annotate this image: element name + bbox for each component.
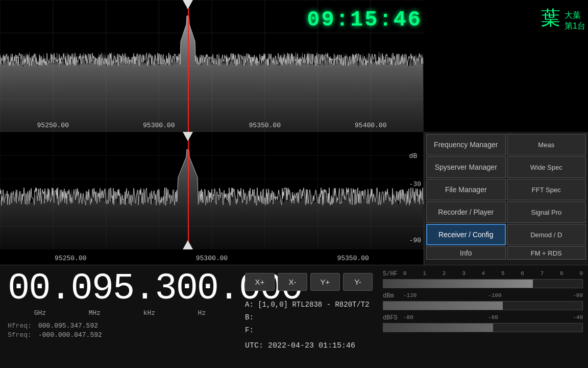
- db-label: dB: [409, 152, 421, 160]
- hfreq-label: Hfreq:: [8, 322, 33, 330]
- btn-group: X+ X- Y+ Y- A: [1,0,0] RTL2838 - R820T/T…: [240, 265, 378, 368]
- freq-info: Hfreq: 000.095.347.592 Sfreq: -000.000.0…: [8, 322, 232, 339]
- marker-top-triangle: [183, 0, 193, 9]
- x-plus-btn[interactable]: X+: [245, 273, 275, 291]
- dbm-bar: [383, 301, 583, 310]
- freq-label-bot-2: 95300.00: [196, 255, 228, 262]
- device-f: F:: [245, 324, 373, 337]
- dbm-nums: -120 -100 -80: [403, 292, 583, 300]
- spectrum-bottom-display: dB -30 -60 -90 95250.00 95300.00 95350.0…: [0, 132, 424, 265]
- info-btn[interactable]: Info: [426, 246, 506, 260]
- db-scale: dB -30 -60 -90: [409, 132, 421, 265]
- clock-display: 09:15:46: [307, 8, 422, 32]
- unit-hz: Hz: [198, 309, 206, 317]
- unit-ghz: GHz: [34, 309, 46, 317]
- top-right-panel: 09:15:46 葉 大葉第1台: [424, 0, 588, 132]
- marker-line-bottom: [188, 132, 189, 249]
- x-minus-btn[interactable]: X-: [278, 273, 307, 291]
- main-frequency: 00.095.300.000: [8, 270, 232, 307]
- freq-manager-btn[interactable]: Frequency Manager: [426, 134, 506, 155]
- device-info: A: [1,0,0] RTL2838 - R820T/T2 B: F:: [245, 298, 373, 337]
- receiver-config-btn[interactable]: Receiver / Config: [426, 224, 506, 245]
- meas-btn[interactable]: Meas: [507, 134, 586, 155]
- meter-section: S/HF 0 1 2 3 4 5 6 7 8 9: [378, 265, 588, 368]
- file-manager-btn[interactable]: File Manager: [426, 179, 506, 200]
- right-panel: Frequency Manager Meas Spyserver Manager…: [424, 132, 588, 265]
- demod-btn[interactable]: Demod / D: [507, 224, 586, 245]
- fft-spec-btn[interactable]: FFT Spec: [507, 179, 586, 200]
- xy-buttons: X+ X- Y+ Y-: [245, 273, 373, 291]
- dbm-header: dBm -120 -100 -80: [383, 292, 583, 300]
- freq-label-3: 95350.00: [249, 122, 281, 129]
- freq-axis-bottom: 95250.00 95300.00 95350.00: [0, 255, 424, 262]
- recorder-btn[interactable]: Recorder / Player: [426, 201, 506, 223]
- freq-axis-top: 95250.00 95300.00 95350.00 95400.00: [0, 122, 424, 129]
- dbfs-label: dBFS: [383, 314, 403, 321]
- freq-display: 00.095.300.000 GHz MHz kHz Hz Hfreq: 000…: [0, 265, 240, 368]
- freq-label-4: 95400.00: [355, 122, 386, 129]
- y-plus-btn[interactable]: Y+: [310, 273, 340, 291]
- snhf-header: S/HF 0 1 2 3 4 5 6 7 8 9: [383, 270, 583, 278]
- spyserver-btn[interactable]: Spyserver Manager: [426, 156, 506, 178]
- wide-spec-btn[interactable]: Wide Spec: [507, 156, 586, 178]
- freq-label-bot-1: 95250.00: [55, 255, 86, 262]
- freq-label-1: 95250.00: [37, 122, 69, 129]
- signal-pro-btn[interactable]: Signal Pro: [507, 201, 586, 223]
- dbfs-meter-row: dBFS -80 -60 -40: [383, 314, 583, 332]
- db-minus30: -30: [409, 180, 421, 188]
- panel-grid: Frequency Manager Meas Spyserver Manager…: [424, 132, 588, 262]
- snhf-label: S/HF: [383, 270, 403, 278]
- marker-bottom-top-triangle: [183, 132, 193, 141]
- marker-line-top: [188, 0, 189, 132]
- hfreq-value: 000.095.347.592: [38, 322, 98, 330]
- snhf-nums: 0 1 2 3 4 5 6 7 8 9: [403, 270, 583, 278]
- snhf-bar-fill: [383, 280, 533, 288]
- sfreq-row: Sfreq: -000.000.047.592: [8, 331, 232, 339]
- device-b: B:: [245, 311, 373, 324]
- hfreq-row: Hfreq: 000.095.347.592: [8, 322, 232, 330]
- freq-label-bot-3: 95350.00: [337, 255, 369, 262]
- fm-rds-btn[interactable]: FM + RDS: [507, 246, 586, 260]
- snhf-meter-row: S/HF 0 1 2 3 4 5 6 7 8 9: [383, 270, 583, 288]
- dbfs-nums: -80 -60 -40: [403, 314, 583, 321]
- device-a: A: [1,0,0] RTL2838 - R820T/T2: [245, 298, 373, 311]
- dbm-label: dBm: [383, 292, 403, 300]
- dbfs-header: dBFS -80 -60 -40: [383, 314, 583, 321]
- dbm-meter-row: dBm -120 -100 -80: [383, 292, 583, 310]
- sfreq-value: -000.000.047.592: [38, 331, 102, 339]
- marker-bottom-bot-triangle: [183, 240, 193, 249]
- bottom-section: 00.095.300.000 GHz MHz kHz Hz Hfreq: 000…: [0, 265, 588, 368]
- station-label: 葉 大葉第1台: [541, 5, 585, 31]
- dbfs-bar-fill: [383, 324, 493, 332]
- dbm-bar-fill: [383, 302, 503, 310]
- dbfs-bar: [383, 323, 583, 332]
- snhf-bar: [383, 279, 583, 288]
- y-minus-btn[interactable]: Y-: [343, 273, 373, 291]
- freq-label-2: 95300.00: [143, 122, 175, 129]
- sfreq-label: Sfreq:: [8, 331, 33, 339]
- utc-time: UTC: 2022-04-23 01:15:46: [245, 341, 373, 350]
- unit-khz: kHz: [143, 309, 155, 317]
- freq-units: GHz MHz kHz Hz: [8, 309, 232, 317]
- db-minus90: -90: [409, 237, 421, 244]
- unit-mhz: MHz: [89, 309, 101, 317]
